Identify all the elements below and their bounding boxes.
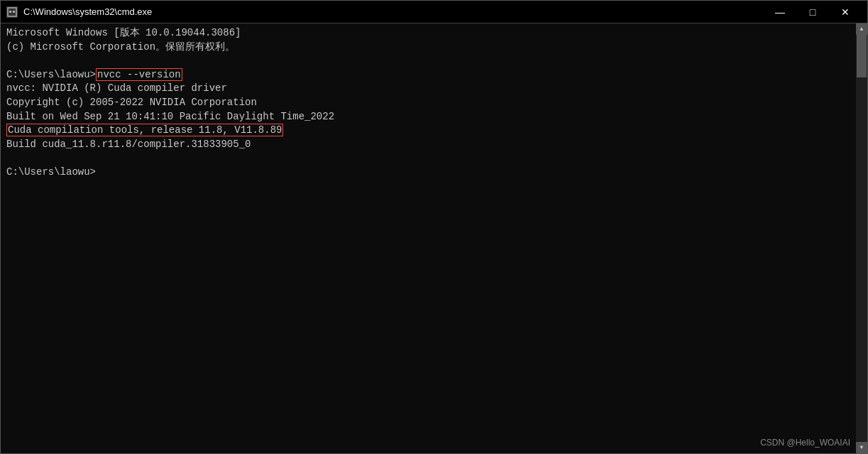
scrollbar-thumb[interactable]: [857, 35, 867, 77]
close-button[interactable]: ✕: [829, 1, 862, 23]
line-nvcc-desc: nvcc: NVIDIA (R) Cuda compiler driver: [6, 82, 862, 96]
cmd-window: C:\Windows\system32\cmd.exe — □ ✕ Micros…: [0, 0, 868, 454]
window-controls: — □ ✕: [764, 1, 862, 23]
scrollbar-track[interactable]: [856, 35, 867, 442]
watermark: CSDN @Hello_WOAIAI: [760, 437, 850, 449]
maximize-button[interactable]: □: [796, 1, 829, 23]
svg-rect-1: [9, 11, 11, 13]
cuda-tools-highlighted: Cuda compilation tools, release 11.8, V1…: [6, 124, 283, 136]
line-empty-2: [6, 151, 862, 166]
scrollbar-down[interactable]: ▼: [856, 442, 867, 453]
line-built-on: Built on Wed Sep 21 10:41:10 Pacific Day…: [6, 110, 862, 124]
line-empty-1: [6, 54, 862, 68]
command-highlighted: nvcc --version: [96, 68, 182, 81]
line-command: C:\Users\laowu>nvcc --version: [6, 68, 862, 82]
scrollbar-up[interactable]: ▲: [856, 23, 867, 35]
minimize-button[interactable]: —: [764, 1, 796, 23]
line-copyright-nvidia: Copyright (c) 2005-2022 NVIDIA Corporati…: [6, 96, 862, 110]
line-cuda-tools: Cuda compilation tools, release 11.8, V1…: [6, 124, 862, 138]
prompt: C:\Users\laowu>: [6, 69, 96, 80]
line-windows-version: Microsoft Windows [版本 10.0.19044.3086]: [6, 26, 862, 40]
title-bar: C:\Windows\system32\cmd.exe — □ ✕: [1, 1, 867, 23]
svg-rect-0: [8, 8, 16, 16]
scrollbar[interactable]: ▲ ▼: [856, 23, 867, 453]
console-area[interactable]: Microsoft Windows [版本 10.0.19044.3086] (…: [1, 23, 867, 453]
window-title: C:\Windows\system32\cmd.exe: [23, 6, 764, 17]
line-prompt-final: C:\Users\laowu>: [6, 166, 862, 180]
window-icon: [6, 6, 18, 18]
svg-rect-2: [13, 11, 15, 13]
line-copyright: (c) Microsoft Corporation。保留所有权利。: [6, 40, 862, 55]
line-build: Build cuda_11.8.r11.8/compiler.31833905_…: [6, 138, 862, 152]
